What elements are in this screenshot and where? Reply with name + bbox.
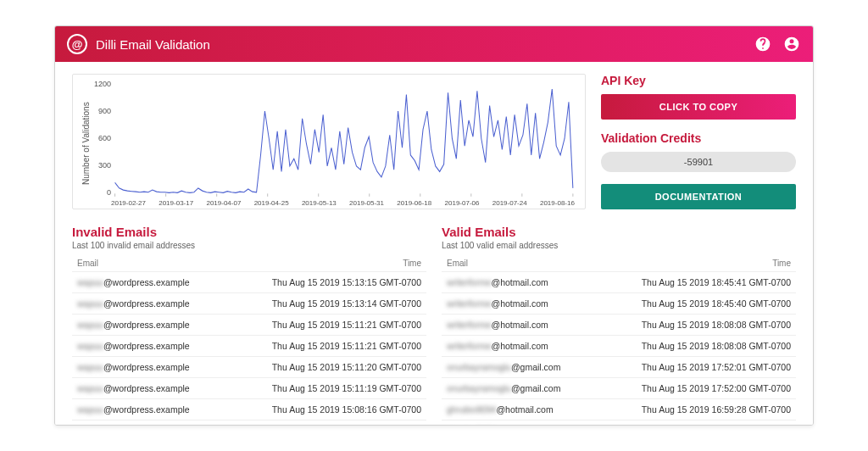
email-cell: wapuu@wordpress.example bbox=[72, 357, 226, 378]
table-row: wapuu@wordpress.exampleThu Aug 15 2019 1… bbox=[72, 272, 426, 293]
valid-emails-panel: Valid Emails Last 100 valid email addres… bbox=[442, 225, 796, 425]
table-row: wapuu@wordpress.exampleThu Aug 15 2019 1… bbox=[72, 399, 426, 420]
email-cell: wapuu@wordpress.example bbox=[72, 336, 226, 357]
email-cell: ghrubio9094@hotmail.com bbox=[442, 399, 597, 420]
table-row: wapuu@wordpress.exampleThu Aug 15 2019 1… bbox=[72, 357, 426, 378]
account-icon[interactable] bbox=[782, 35, 801, 53]
invalid-col-email: Email bbox=[72, 255, 226, 272]
chart-x-ticks: 2019-02-272019-03-172019-04-072019-04-25… bbox=[92, 198, 578, 207]
time-cell: Thu Aug 15 2019 16:59:28 GMT-0700 bbox=[597, 399, 796, 420]
table-row: writerforme@hotmail.comThu Aug 15 2019 1… bbox=[442, 336, 796, 357]
table-row: writerforme@hotmail.comThu Aug 15 2019 1… bbox=[442, 272, 796, 293]
email-cell: writerforme@hotmail.com bbox=[442, 293, 597, 315]
side-panel: API Key CLICK TO COPY Validation Credits… bbox=[601, 74, 796, 209]
email-cell: wapuu@wordpress.example bbox=[72, 293, 226, 315]
invalid-heading: Invalid Emails bbox=[72, 225, 426, 239]
valid-sub: Last 100 valid email addresses bbox=[442, 241, 796, 250]
app-frame: @ Dilli Email Validation Number of Valid… bbox=[54, 25, 814, 426]
logo-icon: @ bbox=[67, 34, 87, 54]
time-cell: Thu Aug 15 2019 17:52:01 GMT-0700 bbox=[597, 357, 796, 378]
api-key-heading: API Key bbox=[601, 74, 796, 87]
email-cell: wapuu@wordpress.example bbox=[72, 315, 226, 336]
time-cell: Thu Aug 15 2019 18:08:08 GMT-0700 bbox=[597, 315, 796, 336]
time-cell: Thu Aug 15 2019 15:13:15 GMT-0700 bbox=[226, 272, 426, 293]
table-row: wapuu@wordpress.exampleThu Aug 15 2019 1… bbox=[72, 378, 426, 399]
table-row: ghrubio9094@hotmail.comThu Aug 15 2019 1… bbox=[442, 399, 796, 420]
email-cell: wapuu@wordpress.example bbox=[72, 272, 226, 293]
invalid-col-time: Time bbox=[226, 255, 426, 272]
time-cell: Thu Aug 15 2019 17:52:00 GMT-0700 bbox=[597, 378, 796, 399]
email-cell: wapuu@wordpress.example bbox=[72, 420, 226, 426]
time-cell: Thu Aug 15 2019 15:11:20 GMT-0700 bbox=[226, 357, 426, 378]
chart-y-ticks: 12009006003000 bbox=[92, 80, 111, 197]
email-cell: onurbayramoglu@gmail.com bbox=[442, 378, 597, 399]
email-cell: wapuu@wordpress.example bbox=[72, 399, 226, 420]
time-cell: Thu Aug 15 2019 15:11:21 GMT-0700 bbox=[226, 336, 426, 357]
logo-glyph: @ bbox=[72, 38, 83, 51]
time-cell: Thu Aug 15 2019 18:08:08 GMT-0700 bbox=[597, 336, 796, 357]
invalid-emails-panel: Invalid Emails Last 100 invalid email ad… bbox=[72, 225, 426, 425]
valid-table: Email Time writerforme@hotmail.comThu Au… bbox=[442, 255, 796, 425]
email-cell: ghrubio9094@hotmail.com bbox=[442, 420, 597, 426]
valid-col-email: Email bbox=[442, 255, 597, 272]
table-row: onurbayramoglu@gmail.comThu Aug 15 2019 … bbox=[442, 357, 796, 378]
email-cell: onurbayramoglu@gmail.com bbox=[442, 357, 597, 378]
time-cell: Thu Aug 15 2019 15:08:15 GMT-0700 bbox=[226, 420, 426, 426]
valid-col-time: Time bbox=[597, 255, 796, 272]
email-cell: writerforme@hotmail.com bbox=[442, 272, 597, 293]
credits-heading: Validation Credits bbox=[601, 131, 796, 145]
table-row: onurbayramoglu@gmail.comThu Aug 15 2019 … bbox=[442, 378, 796, 399]
copy-api-key-button[interactable]: CLICK TO COPY bbox=[601, 94, 796, 120]
header-bar: @ Dilli Email Validation bbox=[55, 26, 813, 62]
chart-y-label: Number of Validations bbox=[80, 80, 92, 207]
time-cell: Thu Aug 15 2019 15:08:16 GMT-0700 bbox=[226, 399, 426, 420]
documentation-button[interactable]: DOCUMENTATION bbox=[601, 184, 796, 209]
table-row: ghrubio9094@hotmail.comThu Aug 15 2019 1… bbox=[442, 420, 796, 426]
body-scroll[interactable]: Number of Validations 12009006003000 201… bbox=[55, 62, 813, 425]
valid-heading: Valid Emails bbox=[442, 225, 796, 239]
email-cell: writerforme@hotmail.com bbox=[442, 315, 597, 336]
email-cell: wapuu@wordpress.example bbox=[72, 378, 226, 399]
table-row: wapuu@wordpress.exampleThu Aug 15 2019 1… bbox=[72, 315, 426, 336]
time-cell: Thu Aug 15 2019 15:11:21 GMT-0700 bbox=[226, 315, 426, 336]
credits-value: -59901 bbox=[601, 152, 796, 172]
table-row: wapuu@wordpress.exampleThu Aug 15 2019 1… bbox=[72, 293, 426, 315]
invalid-sub: Last 100 invalid email addresses bbox=[72, 241, 426, 250]
time-cell: Thu Aug 15 2019 15:13:14 GMT-0700 bbox=[226, 293, 426, 315]
invalid-table: Email Time wapuu@wordpress.exampleThu Au… bbox=[72, 255, 426, 425]
app-title: Dilli Email Validation bbox=[96, 37, 210, 52]
table-row: writerforme@hotmail.comThu Aug 15 2019 1… bbox=[442, 293, 796, 315]
email-cell: writerforme@hotmail.com bbox=[442, 336, 597, 357]
time-cell: Thu Aug 15 2019 16:59:28 GMT-0700 bbox=[597, 420, 796, 426]
chart-svg bbox=[92, 80, 578, 198]
table-row: wapuu@wordpress.exampleThu Aug 15 2019 1… bbox=[72, 420, 426, 426]
time-cell: Thu Aug 15 2019 18:45:40 GMT-0700 bbox=[597, 293, 796, 315]
time-cell: Thu Aug 15 2019 15:11:19 GMT-0700 bbox=[226, 378, 426, 399]
table-row: writerforme@hotmail.comThu Aug 15 2019 1… bbox=[442, 315, 796, 336]
help-icon[interactable] bbox=[754, 35, 772, 53]
time-cell: Thu Aug 15 2019 18:45:41 GMT-0700 bbox=[597, 272, 796, 293]
validations-chart: Number of Validations 12009006003000 201… bbox=[72, 74, 586, 209]
table-row: wapuu@wordpress.exampleThu Aug 15 2019 1… bbox=[72, 336, 426, 357]
